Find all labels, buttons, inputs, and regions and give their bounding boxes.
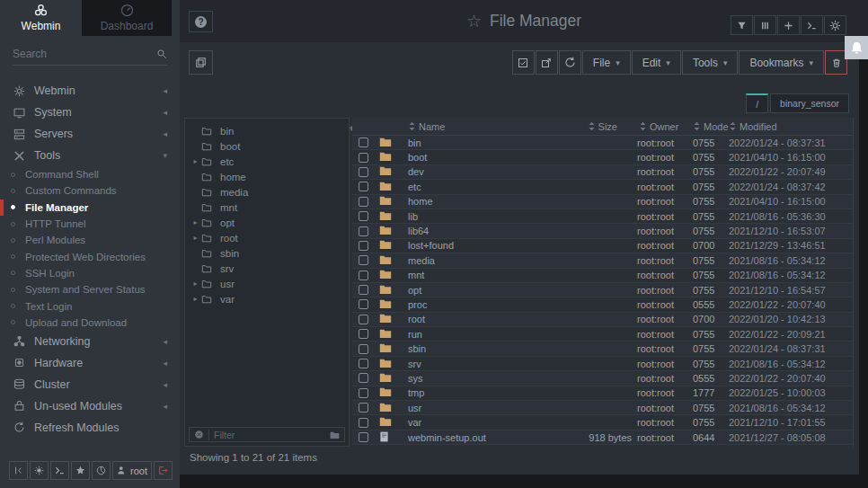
sidebar-item-upload-and-download[interactable]: Upload and Download (0, 315, 180, 331)
tree-expand-icon[interactable]: ▸ (185, 157, 200, 165)
table-row-dev[interactable]: devroot:root07552022/01/22 - 20:07:49 (352, 165, 853, 180)
current-user-button[interactable]: root (112, 461, 152, 480)
clone-tab-button[interactable] (189, 50, 213, 75)
sidebar-item-http-tunnel[interactable]: HTTP Tunnel (0, 216, 180, 232)
row-checkbox[interactable] (359, 373, 368, 383)
row-checkbox[interactable] (359, 182, 368, 191)
sidebar-item-un-used-modules[interactable]: Un-used Modules◂ (0, 395, 180, 417)
table-row-mnt[interactable]: mntroot:root07552021/08/16 - 05:34:12 (352, 269, 853, 283)
sidebar-item-ssh-login[interactable]: SSH Login (0, 265, 180, 281)
tree-item-home[interactable]: home (185, 169, 349, 184)
tree-item-media[interactable]: media (185, 184, 349, 200)
table-row-srv[interactable]: srvroot:root07552021/08/16 - 05:34:12 (352, 357, 853, 371)
row-checkbox[interactable] (359, 359, 368, 368)
settings-button[interactable] (824, 15, 846, 35)
tree-expand-icon[interactable]: ▸ (185, 218, 200, 226)
sidebar-item-tools[interactable]: Tools▾ (0, 145, 180, 166)
search-input[interactable] (13, 48, 156, 60)
table-row-tmp[interactable]: tmproot:root17772022/01/25 - 10:00:03 (352, 386, 853, 401)
path-tab-[interactable]: / (746, 93, 768, 113)
row-checkbox[interactable] (359, 271, 368, 280)
row-checkbox[interactable] (359, 403, 368, 413)
table-row-var[interactable]: varroot:root07552021/12/10 - 17:01:55 (352, 415, 853, 430)
sidebar-item-servers[interactable]: Servers◂ (0, 123, 180, 145)
row-checkbox[interactable] (359, 138, 368, 147)
table-row-etc[interactable]: etcroot:root07552022/01/24 - 08:37:42 (352, 180, 853, 194)
menu-tools-button[interactable]: Tools▾ (682, 50, 739, 75)
theme-palette-button[interactable] (92, 461, 111, 480)
tree-item-opt[interactable]: ▸opt (185, 215, 349, 230)
sidebar-item-command-shell[interactable]: Command Shell (0, 166, 180, 182)
row-checkbox[interactable] (359, 153, 368, 163)
row-checkbox[interactable] (359, 167, 368, 177)
column-header-mode[interactable]: Mode (693, 121, 729, 132)
table-row-bin[interactable]: binroot:root07552022/01/24 - 08:37:31 (352, 136, 853, 150)
table-row-usr[interactable]: usrroot:root07552021/08/16 - 05:34:12 (352, 401, 853, 415)
tree-expand-icon[interactable]: ▸ (185, 295, 200, 303)
tree-item-usr[interactable]: ▸usr (185, 276, 349, 291)
table-row-run[interactable]: runroot:root07552022/01/22 - 20:09:21 (352, 327, 853, 342)
shell-button[interactable] (801, 15, 823, 35)
row-checkbox[interactable] (359, 241, 368, 251)
sidebar-item-system-and-server-status[interactable]: System and Server Status (0, 281, 180, 297)
tree-item-bin[interactable]: bin (185, 123, 349, 138)
select-all-button[interactable] (512, 50, 535, 75)
tree-item-etc[interactable]: ▸etc (185, 154, 349, 169)
table-row-media[interactable]: mediaroot:root07552021/08/16 - 05:34:12 (352, 253, 853, 268)
sidebar-item-networking[interactable]: Networking◂ (0, 331, 180, 352)
tree-expand-icon[interactable]: ▸ (185, 234, 200, 242)
collapse-sidebar-button[interactable] (9, 461, 28, 480)
row-checkbox[interactable] (359, 255, 368, 265)
menu-bookmarks-button[interactable]: Bookmarks▾ (739, 50, 824, 75)
tree-expand-icon[interactable]: ▸ (185, 279, 200, 288)
add-button[interactable] (777, 15, 800, 35)
clear-filter-icon[interactable] (194, 430, 204, 439)
row-checkbox[interactable] (359, 432, 368, 442)
table-row-opt[interactable]: optroot:root07552021/12/10 - 16:54:57 (352, 283, 853, 297)
menu-file-button[interactable]: File▾ (582, 50, 631, 75)
row-checkbox[interactable] (359, 197, 368, 207)
tree-item-mnt[interactable]: mnt (185, 200, 349, 215)
sidebar-item-perl-modules[interactable]: Perl Modules (0, 232, 180, 248)
column-header-name[interactable]: Name (408, 121, 538, 132)
row-checkbox[interactable] (359, 285, 368, 295)
filter-button[interactable] (731, 15, 753, 35)
column-header-owner[interactable]: Owner (637, 121, 693, 132)
sidebar-item-hardware[interactable]: Hardware◂ (0, 352, 180, 374)
sidebar-item-protected-web-directories[interactable]: Protected Web Directories (0, 248, 180, 264)
row-checkbox[interactable] (359, 344, 368, 354)
tab-webmin[interactable]: Webmin (0, 0, 82, 36)
row-checkbox[interactable] (359, 329, 368, 339)
sidebar-item-webmin[interactable]: Webmin◂ (0, 80, 180, 102)
table-row-lib[interactable]: libroot:root07552021/08/16 - 05:36:30 (352, 209, 853, 224)
open-in-button[interactable] (536, 50, 558, 75)
notifications-button[interactable] (845, 36, 868, 59)
column-header-modified[interactable]: Modified (729, 121, 853, 132)
favorites-button[interactable] (71, 461, 90, 480)
row-checkbox[interactable] (359, 418, 368, 428)
table-row-root[interactable]: rootroot:root07002022/01/20 - 10:42:13 (352, 313, 853, 327)
row-checkbox[interactable] (359, 315, 368, 324)
columns-button[interactable] (754, 15, 776, 35)
table-row-lib64[interactable]: lib64root:root07552021/12/10 - 16:53:07 (352, 224, 853, 238)
sidebar-item-text-login[interactable]: Text Login (0, 297, 180, 314)
tree-item-sbin[interactable]: sbin (185, 245, 349, 261)
column-header-size[interactable]: Size (538, 121, 637, 132)
sidebar-item-file-manager[interactable]: File Manager (0, 200, 180, 216)
row-checkbox[interactable] (359, 226, 368, 236)
table-row-sys[interactable]: sysroot:root05552022/01/22 - 20:07:40 (352, 371, 853, 386)
tree-item-var[interactable]: ▸var (185, 291, 349, 306)
tree-item-boot[interactable]: boot (185, 138, 349, 154)
sidebar-item-system[interactable]: System◂ (0, 102, 180, 123)
table-row-sbin[interactable]: sbinroot:root07552022/01/24 - 08:37:31 (352, 342, 853, 356)
tree-item-srv[interactable]: srv (185, 261, 349, 276)
tab-dashboard[interactable]: Dashboard (82, 0, 172, 36)
row-checkbox[interactable] (359, 299, 368, 309)
open-terminal-button[interactable] (50, 461, 69, 480)
help-button[interactable]: ? (189, 11, 213, 32)
sidebar-item-custom-commands[interactable]: Custom Commands (0, 182, 180, 199)
row-checkbox[interactable] (359, 211, 368, 221)
table-row-boot[interactable]: bootroot:root07552021/04/10 - 16:15:00 (352, 150, 853, 164)
path-tab-binary-sensor[interactable]: binary_sensor (770, 93, 849, 113)
table-row-proc[interactable]: procroot:root05552022/01/22 - 20:07:40 (352, 297, 853, 312)
